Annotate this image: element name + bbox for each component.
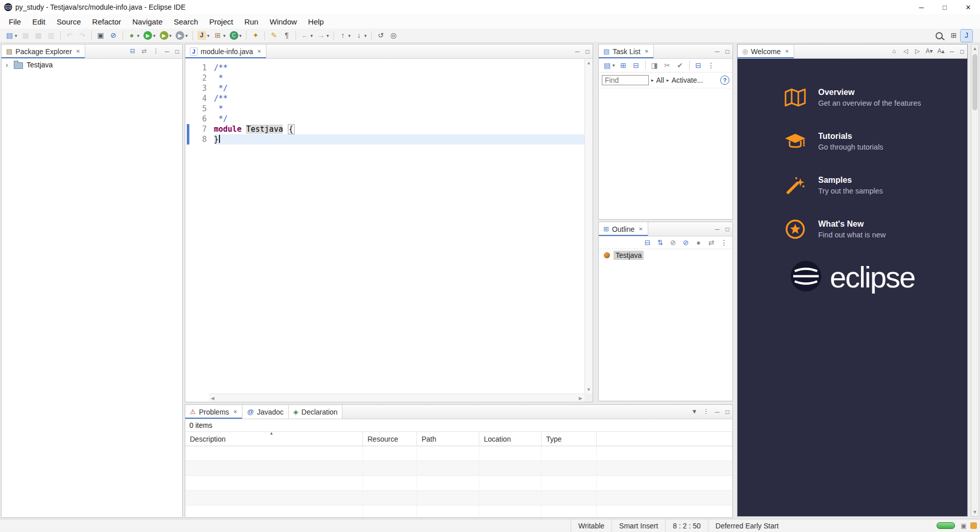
open-search-dialog-button[interactable]: ✦ [250, 30, 261, 42]
code-text[interactable]: * [214, 73, 584, 83]
line-number[interactable]: 3 [191, 83, 214, 93]
code-line[interactable]: 8} [191, 134, 584, 144]
close-icon[interactable]: ✕ [785, 49, 789, 54]
scroll-right-icon[interactable]: ▶ [579, 396, 582, 401]
code-editor[interactable]: 1/**2 *3 */4/**5 *6 */7module Testjava {… [185, 59, 593, 402]
filter-all-option[interactable]: All [656, 76, 665, 84]
column-header-location[interactable]: Location [479, 432, 542, 446]
print-button[interactable]: ▥ [45, 30, 57, 42]
scroll-down-icon[interactable]: ▼ [586, 387, 591, 392]
show-whitespace-characters-button[interactable]: ¶ [281, 30, 292, 42]
redo-button[interactable]: ↷ [77, 30, 88, 42]
scroll-up-icon[interactable]: ▲ [973, 46, 977, 51]
categorized-presentation-button[interactable]: ⊞ [618, 59, 629, 71]
menu-file[interactable]: File [3, 14, 27, 29]
minimize-icon[interactable]: ─ [572, 48, 582, 55]
scheduled-presentation-button[interactable]: ⊟ [630, 59, 642, 71]
close-icon[interactable]: ✕ [639, 226, 643, 232]
cut-button[interactable]: ✂ [662, 59, 673, 71]
menu-project[interactable]: Project [204, 14, 239, 29]
code-text[interactable]: * [214, 104, 584, 114]
menu-window[interactable]: Window [264, 14, 302, 29]
maximize-icon[interactable]: □ [722, 48, 732, 55]
view-menu-button[interactable]: ⋮ [705, 59, 717, 71]
close-button[interactable]: ✕ [957, 0, 980, 14]
column-header-path[interactable]: Path [417, 432, 479, 446]
quick-access-search-button[interactable] [933, 30, 947, 42]
view-menu-button[interactable]: ⋮ [718, 236, 730, 249]
scroll-down-icon[interactable]: ▼ [973, 510, 977, 515]
background-jobs-icon[interactable]: ▣ [959, 522, 968, 529]
menu-search[interactable]: Search [168, 14, 204, 29]
coverage-button[interactable]: ▶▾ [158, 30, 174, 42]
code-text[interactable]: } [214, 134, 584, 144]
collapse-all-button[interactable]: ⊟ [642, 236, 653, 249]
maximize-icon[interactable]: □ [957, 48, 967, 55]
column-header-description[interactable]: Description▴ [185, 432, 363, 446]
back-button[interactable]: ←▾ [299, 30, 314, 42]
tab-outline[interactable]: ⊞ Outline ✕ [599, 222, 648, 236]
skip-all-breakpoints-button[interactable]: ⊘ [108, 30, 119, 42]
tab-problems[interactable]: ⚠Problems✕ [185, 405, 242, 419]
code-text[interactable]: */ [214, 83, 584, 93]
focus-on-workweek-button[interactable]: ◨ [649, 59, 660, 71]
code-text[interactable]: /** [214, 93, 584, 104]
scroll-up-icon[interactable]: ▲ [586, 60, 591, 65]
minimize-icon[interactable]: ─ [712, 48, 722, 55]
tab-declaration[interactable]: ◈Declaration [289, 405, 343, 419]
minimize-icon[interactable]: ─ [947, 48, 957, 55]
menu-help[interactable]: Help [303, 14, 330, 29]
menu-navigate[interactable]: Navigate [127, 14, 168, 29]
home-button[interactable]: ⌂ [889, 45, 899, 58]
editor-vertical-scrollbar[interactable]: ▲ ▼ [584, 59, 593, 394]
line-number[interactable]: 4 [191, 93, 214, 104]
hide-non-public-members-button[interactable]: ● [693, 236, 704, 249]
sort-button[interactable]: ⇅ [654, 236, 666, 249]
code-text[interactable]: /** [214, 63, 584, 73]
new-task-button[interactable]: ▤▾ [601, 59, 617, 71]
code-line[interactable]: 1/** [191, 63, 584, 73]
collapse-all-button[interactable]: ⊟ [127, 45, 138, 58]
notification-icon[interactable] [970, 522, 977, 529]
menu-edit[interactable]: Edit [27, 14, 51, 29]
editor-horizontal-scrollbar[interactable]: ◀ ▶ [209, 394, 584, 402]
welcome-link-samples[interactable]: SamplesTry out the samples [783, 169, 967, 202]
new-wizard-button[interactable]: ▤▾ [4, 30, 19, 42]
close-icon[interactable]: ✕ [645, 49, 649, 54]
next-annotation-button[interactable]: ↓▾ [353, 30, 369, 42]
code-line[interactable]: 6 */ [191, 114, 584, 124]
tab-package-explorer[interactable]: ▤ Package Explorer ✕ [2, 44, 85, 58]
maximize-icon[interactable]: □ [582, 48, 593, 55]
column-header-type[interactable]: Type [542, 432, 597, 446]
expand-chevron-icon[interactable]: › [6, 61, 13, 68]
close-icon[interactable]: ✕ [257, 49, 261, 54]
save-all-button[interactable]: ▩ [33, 30, 44, 42]
run-button[interactable]: ▶▾ [142, 30, 157, 42]
code-text[interactable]: */ [214, 114, 584, 124]
minimize-icon[interactable]: ─ [162, 48, 172, 55]
welcome-link-overview[interactable]: OverviewGet an overview of the features [783, 81, 967, 114]
nav-forward-button[interactable]: ▷ [912, 45, 923, 58]
maximize-icon[interactable]: □ [722, 226, 732, 233]
view-menu-button[interactable]: ⋮ [701, 406, 712, 418]
scroll-left-icon[interactable]: ◀ [211, 396, 214, 401]
maximize-icon[interactable]: □ [722, 408, 732, 416]
activate-option[interactable]: Activate... [672, 76, 703, 84]
code-text[interactable]: module Testjava { [214, 124, 584, 134]
forward-button[interactable]: →▾ [315, 30, 331, 42]
minimize-icon[interactable]: ─ [712, 408, 722, 416]
open-console-button[interactable]: ▣ [95, 30, 107, 42]
save-button[interactable]: ▦ [20, 30, 32, 42]
minimize-button[interactable]: ─ [910, 0, 933, 14]
tab-module-info-java[interactable]: J module-info.java ✕ [185, 44, 266, 58]
hide-static-members-button[interactable]: ⊘ [680, 236, 692, 249]
toggle-mark-occurrences-button[interactable]: ✎ [268, 30, 280, 42]
code-line[interactable]: 5 * [191, 104, 584, 114]
dropdown-arrow-icon[interactable]: ▸ [651, 78, 654, 83]
link-with-editor-button[interactable]: ⇄ [139, 45, 150, 58]
welcome-scrollbar[interactable]: ▲ ▼ [971, 44, 979, 517]
scrollbar-thumb[interactable] [972, 54, 977, 110]
view-menu-button[interactable]: ⋮ [151, 45, 161, 58]
link-with-editor-button[interactable]: ⇄ [705, 236, 717, 249]
code-line[interactable]: 3 */ [191, 83, 584, 93]
